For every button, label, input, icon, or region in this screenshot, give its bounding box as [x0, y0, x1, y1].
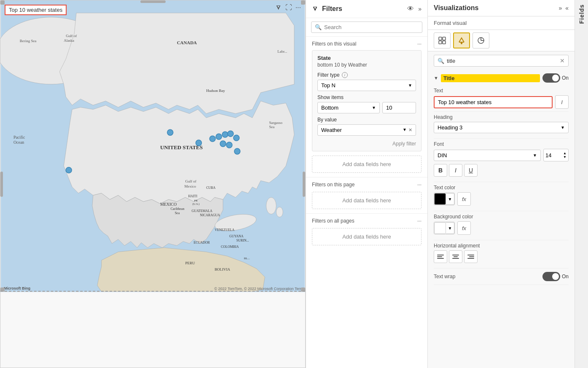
align-right-btn[interactable]	[464, 250, 478, 263]
resize-handle-bottom[interactable]	[0, 291, 305, 292]
filter-type-label: Filter type i	[317, 72, 416, 78]
svg-point-51	[461, 43, 462, 44]
svg-rect-47	[443, 37, 446, 40]
fields-label[interactable]: Fields	[578, 4, 585, 24]
bg-color-dropdown-arrow[interactable]: ▼	[446, 222, 454, 234]
svg-point-37	[209, 136, 215, 142]
title-fx-btn[interactable]: I	[555, 95, 569, 109]
text-color-dropdown-arrow[interactable]: ▼	[446, 193, 454, 205]
svg-text:Pacific: Pacific	[13, 135, 25, 140]
filter-type-dropdown[interactable]: Top N ▼	[317, 80, 416, 91]
title-section-header[interactable]: ▼ Title On	[434, 70, 569, 85]
svg-text:BOLIVIA: BOLIVIA	[215, 267, 230, 271]
font-field-row: Font DIN ▼ 14 ▲ ▼ B I U	[434, 139, 569, 182]
text-color-label: Text color	[434, 185, 569, 191]
bing-logo: Microsoft Bing	[4, 286, 30, 290]
text-wrap-toggle-knob	[552, 273, 559, 280]
svg-text:PERU: PERU	[185, 261, 195, 265]
heading-field-label: Heading	[434, 114, 569, 120]
bg-color-fx-btn[interactable]: fx	[457, 221, 471, 235]
filters-on-visual-section: Filters on this visual ··· State bottom …	[306, 37, 427, 177]
filters-expand-icon[interactable]: »	[418, 5, 422, 12]
resize-corner-tl[interactable]	[0, 0, 5, 5]
text-color-fx-btn[interactable]: fx	[457, 192, 471, 206]
filters-on-visual-label: Filters on this visual	[312, 41, 356, 47]
font-style-row: B I U	[434, 164, 569, 177]
format-visual-btn[interactable]	[453, 32, 470, 48]
title-text-input[interactable]	[434, 96, 553, 108]
filter-card-title: State	[317, 55, 416, 61]
viz-search-input[interactable]	[447, 58, 557, 64]
text-wrap-row: Text wrap On	[434, 269, 569, 285]
resize-handle-right[interactable]	[303, 172, 305, 197]
underline-btn[interactable]: U	[464, 164, 478, 177]
svg-text:Alaska: Alaska	[64, 38, 74, 43]
text-wrap-toggle-switch[interactable]	[542, 272, 560, 281]
svg-text:Hudson Bay: Hudson Bay	[206, 89, 225, 93]
add-data-fields-visual[interactable]: Add data fields here	[312, 156, 422, 173]
map-panel: Top 10 weather states ⛛ ⛶ ··· Bering Sea	[0, 0, 306, 368]
viz-expand-icon[interactable]: »	[558, 5, 562, 11]
viz-search-icon: 🔍	[438, 58, 444, 64]
title-section-label: Title	[441, 74, 540, 82]
heading-chevron-icon: ▼	[561, 125, 565, 130]
svg-text:Gulf of: Gulf of	[185, 179, 196, 183]
italic-btn[interactable]: I	[449, 164, 462, 177]
bg-color-picker[interactable]: ▼	[434, 222, 455, 234]
resize-handle-left[interactable]	[0, 172, 3, 197]
by-value-dropdown[interactable]: Weather ▼ ✕	[317, 124, 416, 136]
heading-dropdown[interactable]: Heading 3 ▼	[434, 122, 569, 133]
viz-search-box: 🔍 ✕	[434, 55, 569, 67]
map-toolbar: ⛛ ⛶ ···	[275, 4, 301, 11]
chevron-down-icon: ▼	[408, 83, 412, 88]
font-size-arrows[interactable]: ▲ ▼	[563, 151, 567, 159]
map-title: Top 10 weather states	[5, 5, 67, 15]
text-wrap-toggle-label: On	[562, 274, 569, 279]
bg-color-swatch[interactable]	[434, 222, 446, 234]
svg-text:(U.S.): (U.S.)	[192, 202, 199, 206]
filters-on-page-more[interactable]: ···	[417, 182, 422, 188]
bold-btn[interactable]: B	[434, 164, 447, 177]
add-data-fields-page[interactable]: Add data fields here	[312, 192, 422, 209]
font-family-dropdown[interactable]: DIN ▼	[434, 150, 541, 161]
by-value-label: By value	[317, 117, 416, 123]
bg-color-row-controls: ▼ fx	[434, 221, 569, 235]
resize-handle-top[interactable]	[140, 0, 166, 3]
svg-point-3	[266, 197, 276, 214]
title-toggle-switch[interactable]	[542, 73, 560, 83]
svg-text:CUBA: CUBA	[206, 186, 215, 190]
grid-view-btn[interactable]	[434, 32, 451, 48]
svg-text:GUYANA: GUYANA	[229, 234, 244, 238]
text-color-picker[interactable]: ▼	[434, 193, 455, 205]
show-items-count-input[interactable]: 10	[382, 102, 416, 113]
filters-eye-icon[interactable]: 👁	[407, 5, 414, 13]
apply-filter-btn[interactable]: Apply filter	[317, 139, 416, 147]
viz-content: ▼ Title On Text I Heading Heading	[428, 70, 575, 368]
resize-corner-tr[interactable]	[301, 0, 305, 5]
show-items-direction-dropdown[interactable]: Bottom ▼	[317, 102, 380, 113]
align-center-btn[interactable]	[449, 250, 462, 263]
filters-search-input[interactable]	[324, 24, 419, 30]
add-data-fields-all[interactable]: Add data fields here	[312, 228, 422, 245]
svg-text:Labr...: Labr...	[277, 49, 287, 54]
text-wrap-toggle[interactable]: On	[542, 272, 569, 281]
close-icon[interactable]: ✕	[408, 127, 412, 133]
svg-text:Sea: Sea	[175, 211, 180, 215]
align-left-btn[interactable]	[434, 250, 447, 263]
font-size-input[interactable]: 14 ▲ ▼	[543, 149, 569, 161]
viz-header-icons: » «	[558, 5, 569, 11]
more-icon[interactable]: ···	[295, 4, 301, 11]
viz-collapse-icon[interactable]: «	[565, 5, 569, 11]
svg-text:CANADA: CANADA	[177, 40, 197, 45]
svg-rect-48	[439, 41, 442, 44]
resize-icon[interactable]: ⛶	[285, 4, 292, 11]
analytics-btn[interactable]	[473, 32, 489, 48]
filters-on-visual-more[interactable]: ···	[417, 41, 422, 47]
viz-search-clear-btn[interactable]: ✕	[560, 57, 565, 64]
title-toggle[interactable]: On	[542, 73, 569, 83]
filter-icon[interactable]: ⛛	[275, 4, 282, 11]
filters-search-area: 🔍	[306, 18, 427, 37]
text-color-swatch[interactable]	[434, 193, 446, 205]
filters-on-all-more[interactable]: ···	[417, 218, 422, 224]
font-row: DIN ▼ 14 ▲ ▼	[434, 149, 569, 161]
